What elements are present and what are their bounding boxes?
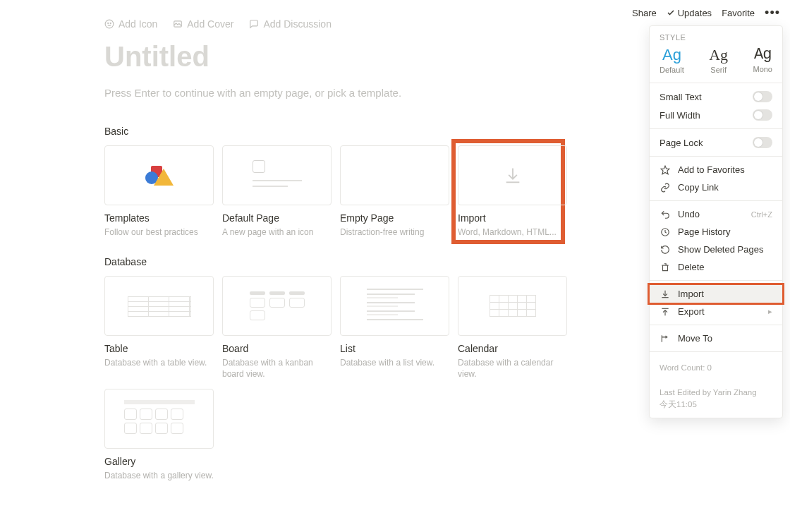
card-title: List [340,343,449,354]
export-icon [660,307,671,317]
card-import[interactable]: Import Word, Markdown, HTML... [454,141,563,242]
last-edited-by: Last Edited by Yarin Zhang [660,387,772,399]
undo-shortcut: Ctrl+Z [751,210,772,219]
card-subtitle: Follow our best practices [104,226,214,238]
svg-point-0 [105,20,114,28]
style-header: STYLE [650,26,782,46]
svg-point-2 [110,23,111,23]
style-options: Ag Default Ag Serif Ag Mono [650,46,782,78]
card-subtitle: Database with a list view. [340,357,449,368]
add-icon-label: Add Icon [119,18,157,30]
card-subtitle: Database with a kanban board view. [222,357,332,380]
card-title: Default Page [222,212,332,224]
toggle-icon [753,137,772,148]
toggle-icon [753,109,772,121]
card-calendar[interactable]: Calendar Database with a calendar view. [458,276,567,380]
move-icon [660,334,671,344]
more-menu-button[interactable]: ••• [765,6,780,20]
import-icon [660,289,671,299]
section-basic-label: Basic [104,126,612,137]
page-body: Add Icon Add Cover Add Discussion Untitl… [104,18,612,500]
card-subtitle: Database with a table view. [104,357,214,368]
export[interactable]: Export ▸ [650,303,782,320]
card-title: Empty Page [340,212,449,224]
gallery-icon [124,400,195,437]
undo[interactable]: Undo Ctrl+Z [650,205,782,223]
card-title: Gallery [104,456,214,467]
table-icon [128,296,191,316]
board-icon [250,291,305,320]
top-bar: Share Updates Favorite ••• [622,0,790,25]
card-title: Templates [104,212,214,224]
card-board[interactable]: Board Database with a kanban board view. [222,276,332,380]
card-table[interactable]: Table Database with a table view. [104,276,214,380]
share-button[interactable]: Share [632,8,657,18]
star-icon [660,165,671,175]
page-hint: Press Enter to continue with an empty pa… [104,87,612,99]
toggle-icon [753,91,772,102]
chevron-right-icon: ▸ [768,307,772,316]
card-subtitle: Database with a gallery view. [104,470,214,481]
page-title[interactable]: Untitled [104,41,612,73]
page-history[interactable]: Page History [650,223,782,241]
calendar-icon [490,295,536,317]
image-icon [173,19,183,29]
card-subtitle: Word, Markdown, HTML... [458,226,559,238]
meta-info: Word Count: 0 Last Edited by Yarin Zhang… [650,356,782,411]
favorite-button[interactable]: Favorite [722,8,755,18]
chat-icon [249,19,259,29]
page-options-panel: STYLE Ag Default Ag Serif Ag Mono Small … [649,25,783,418]
card-title: Board [222,343,332,354]
list-icon [367,289,423,324]
card-templates[interactable]: Templates Follow our best practices [104,145,214,238]
full-width-toggle[interactable]: Full Width [650,106,782,124]
download-icon [503,166,523,186]
card-subtitle: A new page with an icon [222,226,332,238]
import[interactable]: Import [650,285,782,303]
shapes-icon [144,164,175,187]
card-gallery[interactable]: Gallery Database with a gallery view. [104,389,214,481]
card-empty-page[interactable]: Empty Page Distraction-free writing [340,145,449,238]
style-mono[interactable]: Ag Mono [753,46,772,74]
smiley-icon [104,19,114,29]
word-count: Word Count: 0 [660,362,772,374]
undo-icon [660,210,671,219]
trash-icon [660,262,671,272]
add-cover-label: Add Cover [187,18,233,30]
svg-marker-4 [661,166,669,174]
restore-icon [660,245,671,255]
card-title: Table [104,343,214,354]
card-subtitle: Database with a calendar view. [458,357,567,380]
updates-button[interactable]: Updates [667,8,712,18]
add-to-favorites[interactable]: Add to Favorites [650,161,782,179]
style-serif[interactable]: Ag Serif [709,46,728,74]
add-icon-button[interactable]: Add Icon [104,18,157,30]
style-default[interactable]: Ag Default [660,46,684,74]
database-grid: Table Database with a table view. Board … [104,276,612,481]
page-action-bar: Add Icon Add Cover Add Discussion [104,18,612,30]
svg-point-1 [108,23,109,23]
link-icon [660,183,671,193]
card-list[interactable]: List Database with a list view. [340,276,449,380]
add-discussion-button[interactable]: Add Discussion [249,18,332,30]
page-lock-toggle[interactable]: Page Lock [650,133,782,152]
copy-link[interactable]: Copy Link [650,179,782,196]
add-cover-button[interactable]: Add Cover [173,18,233,30]
card-default-page[interactable]: Default Page A new page with an icon [222,145,332,238]
basic-grid: Templates Follow our best practices Defa… [104,145,612,238]
move-to[interactable]: Move To [650,330,782,347]
small-text-toggle[interactable]: Small Text [650,87,782,106]
last-edited-time: 今天11:05 [660,399,772,411]
card-title: Import [458,212,559,224]
history-icon [660,227,671,237]
delete[interactable]: Delete [650,258,782,276]
add-discussion-label: Add Discussion [263,18,332,30]
card-subtitle: Distraction-free writing [340,226,449,238]
card-title: Calendar [458,343,567,354]
default-page-icon [253,160,302,191]
section-database-label: Database [104,256,612,267]
updates-label: Updates [678,8,712,18]
check-icon [667,8,675,17]
show-deleted[interactable]: Show Deleted Pages [650,241,782,258]
